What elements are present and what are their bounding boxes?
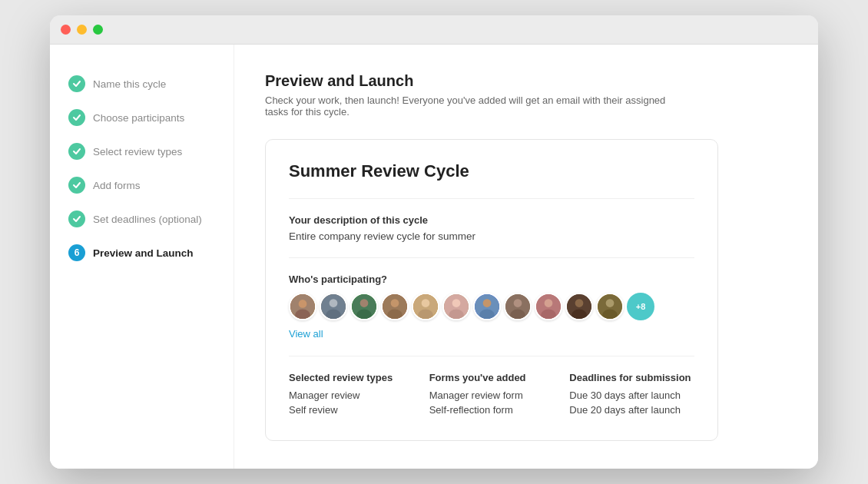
step-3-icon: [68, 143, 85, 160]
svg-point-2: [295, 310, 310, 320]
form-1: Manager review form: [429, 390, 555, 401]
svg-point-25: [545, 299, 553, 307]
svg-point-20: [479, 310, 495, 320]
avatar-11: [596, 293, 624, 320]
review-types-col: Selected review types Manager review Sel…: [289, 372, 414, 419]
view-all-link[interactable]: View all: [289, 328, 323, 340]
app-window: Name this cycle Choose participants Sele…: [50, 15, 818, 469]
svg-point-10: [391, 299, 399, 307]
step-2-label: Choose participants: [93, 112, 184, 124]
sidebar-item-participants[interactable]: Choose participants: [68, 109, 215, 126]
step-4-icon: [68, 177, 85, 194]
step-6-label: Preview and Launch: [93, 247, 194, 259]
svg-point-1: [299, 300, 307, 308]
step-1-icon: [68, 75, 85, 92]
step-2-icon: [68, 109, 85, 126]
svg-point-26: [541, 310, 556, 320]
description-label: Your description of this cycle: [289, 214, 694, 226]
forms-header: Forms you've added: [429, 372, 555, 383]
svg-point-31: [606, 299, 615, 307]
main-content: Preview and Launch Check your work, then…: [234, 45, 818, 469]
description-section: Your description of this cycle Entire co…: [289, 214, 694, 242]
svg-point-16: [452, 299, 461, 307]
avatar-10: [565, 293, 593, 320]
deadline-2: Due 20 days after launch: [569, 404, 694, 416]
sidebar: Name this cycle Choose participants Sele…: [50, 45, 234, 469]
maximize-button[interactable]: [93, 25, 103, 35]
svg-point-23: [510, 310, 525, 320]
avatar-9: [535, 293, 562, 320]
title-bar: [50, 15, 818, 45]
step-5-icon: [68, 211, 85, 227]
svg-point-19: [483, 299, 492, 307]
step-6-icon: 6: [68, 244, 85, 261]
page-subtitle: Check your work, then launch! Everyone y…: [265, 94, 680, 118]
svg-point-7: [360, 299, 369, 307]
svg-point-32: [602, 310, 618, 320]
review-type-2: Self review: [289, 404, 414, 416]
avatar-6: [442, 293, 470, 320]
close-button[interactable]: [61, 25, 71, 35]
sidebar-item-add-forms[interactable]: Add forms: [68, 177, 215, 194]
svg-point-22: [514, 299, 522, 307]
avatar-7: [473, 293, 501, 320]
window-body: Name this cycle Choose participants Sele…: [50, 45, 818, 469]
svg-point-11: [387, 310, 403, 320]
svg-point-13: [422, 299, 430, 307]
avatar-3: [350, 293, 378, 320]
svg-point-8: [356, 310, 372, 320]
description-value: Entire company review cycle for summer: [289, 230, 694, 242]
preview-card: Summer Review Cycle Your description of …: [265, 139, 718, 441]
participants-section: Who's participating?: [289, 273, 694, 340]
divider-2: [289, 257, 694, 258]
sidebar-item-preview-launch[interactable]: 6 Preview and Launch: [68, 244, 215, 261]
avatar-4: [381, 293, 409, 320]
forms-col: Forms you've added Manager review form S…: [429, 372, 555, 419]
avatar-more-count: +8: [627, 293, 654, 320]
step-1-label: Name this cycle: [93, 78, 166, 90]
svg-point-5: [326, 310, 341, 320]
svg-point-4: [330, 299, 338, 307]
deadline-1: Due 30 days after launch: [569, 390, 694, 401]
review-types-header: Selected review types: [289, 372, 414, 383]
sidebar-item-deadlines[interactable]: Set deadlines (optional): [68, 211, 215, 227]
deadlines-col: Deadlines for submission Due 30 days aft…: [569, 372, 694, 419]
avatar-5: [412, 293, 439, 320]
step-4-label: Add forms: [93, 180, 141, 191]
cycle-title: Summer Review Cycle: [289, 161, 694, 181]
step-3-label: Select review types: [93, 146, 182, 157]
sidebar-item-name-cycle[interactable]: Name this cycle: [68, 75, 215, 92]
deadlines-header: Deadlines for submission: [569, 372, 694, 383]
participants-label: Who's participating?: [289, 273, 694, 285]
avatar-1: [289, 293, 316, 320]
review-grid: Selected review types Manager review Sel…: [289, 372, 694, 419]
avatar-row: +8: [289, 293, 694, 320]
form-2: Self-reflection form: [429, 404, 555, 416]
avatar-8: [504, 293, 532, 320]
divider-3: [289, 356, 694, 356]
svg-point-14: [418, 310, 433, 320]
svg-point-28: [575, 299, 584, 307]
review-type-1: Manager review: [289, 390, 414, 401]
sidebar-item-review-types[interactable]: Select review types: [68, 143, 215, 160]
page-title: Preview and Launch: [265, 72, 787, 90]
svg-point-17: [449, 310, 464, 320]
step-5-label: Set deadlines (optional): [93, 214, 202, 225]
avatar-2: [320, 293, 347, 320]
minimize-button[interactable]: [77, 25, 87, 35]
divider-1: [289, 198, 694, 199]
svg-point-29: [571, 310, 587, 320]
